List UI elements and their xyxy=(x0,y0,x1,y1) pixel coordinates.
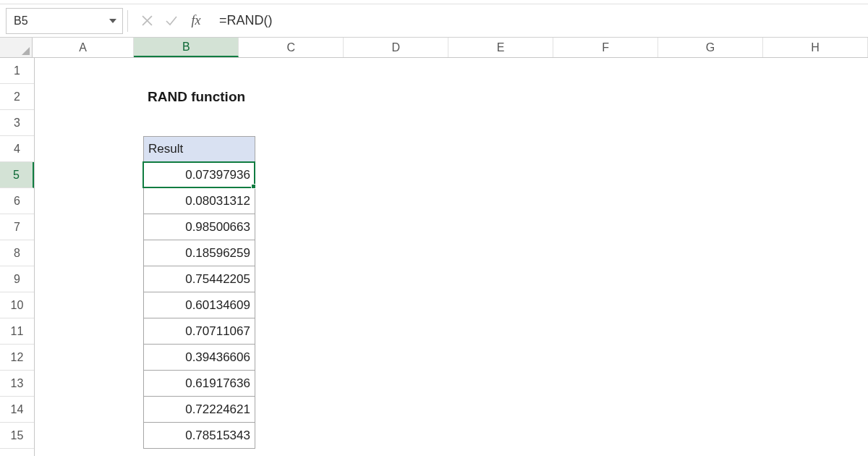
name-box-dropdown-icon[interactable] xyxy=(103,19,122,23)
column-header-A[interactable]: A xyxy=(33,38,134,57)
row-header-2[interactable]: 2 xyxy=(0,84,34,110)
row-header-7[interactable]: 7 xyxy=(0,214,34,240)
column-header-G[interactable]: G xyxy=(658,38,763,57)
fx-icon: fx xyxy=(192,13,201,28)
row-header-8[interactable]: 8 xyxy=(0,240,34,266)
insert-function-button[interactable]: fx xyxy=(184,9,208,33)
column-header-B[interactable]: B xyxy=(134,38,239,57)
row-headers: 123456789101112131415 xyxy=(0,58,35,456)
row-header-13[interactable]: 13 xyxy=(0,371,34,397)
cells-grid[interactable]: RAND function Result 0.07397936 0.080313… xyxy=(35,58,868,456)
formula-bar: B5 fx =RAND() xyxy=(0,4,868,38)
column-header-E[interactable]: E xyxy=(448,38,553,57)
cancel-formula-button[interactable] xyxy=(135,9,158,33)
formula-buttons: fx xyxy=(132,9,210,33)
column-headers: ABCDEFGH xyxy=(0,38,868,58)
row-header-11[interactable]: 11 xyxy=(0,318,34,345)
row-header-9[interactable]: 9 xyxy=(0,266,34,292)
row-header-14[interactable]: 14 xyxy=(0,397,34,423)
table-header-cell[interactable]: Result xyxy=(143,136,255,162)
divider xyxy=(127,10,128,32)
enter-formula-button[interactable] xyxy=(160,9,183,33)
table-row[interactable]: 0.08031312 xyxy=(143,188,255,214)
row-header-4[interactable]: 4 xyxy=(0,136,34,162)
row-header-15[interactable]: 15 xyxy=(0,423,34,449)
table-row[interactable]: 0.39436606 xyxy=(143,345,255,371)
row-header-5[interactable]: 5 xyxy=(0,162,34,188)
name-box[interactable]: B5 xyxy=(6,8,123,34)
table-row[interactable]: 0.72224621 xyxy=(143,397,255,423)
table-row[interactable]: 0.70711067 xyxy=(143,318,255,345)
table-row[interactable]: 0.18596259 xyxy=(143,240,255,266)
table-row[interactable]: 0.75442205 xyxy=(143,266,255,292)
column-header-H[interactable]: H xyxy=(763,38,868,57)
name-box-value: B5 xyxy=(7,14,103,28)
row-header-1[interactable]: 1 xyxy=(0,58,34,84)
column-header-F[interactable]: F xyxy=(553,38,658,57)
title-cell[interactable]: RAND function xyxy=(143,84,360,110)
table-row[interactable]: 0.60134609 xyxy=(143,292,255,318)
table-row[interactable]: 0.07397936 xyxy=(143,162,255,188)
column-header-D[interactable]: D xyxy=(344,38,448,57)
formula-input[interactable]: =RAND() xyxy=(210,7,862,34)
table-row[interactable]: 0.78515343 xyxy=(143,423,255,449)
row-header-6[interactable]: 6 xyxy=(0,188,34,214)
row-header-12[interactable]: 12 xyxy=(0,345,34,371)
table-row[interactable]: 0.98500663 xyxy=(143,214,255,240)
select-all-corner[interactable] xyxy=(0,38,33,57)
column-header-C[interactable]: C xyxy=(239,38,344,57)
row-header-10[interactable]: 10 xyxy=(0,292,34,318)
row-header-3[interactable]: 3 xyxy=(0,110,34,136)
table-row[interactable]: 0.61917636 xyxy=(143,371,255,397)
